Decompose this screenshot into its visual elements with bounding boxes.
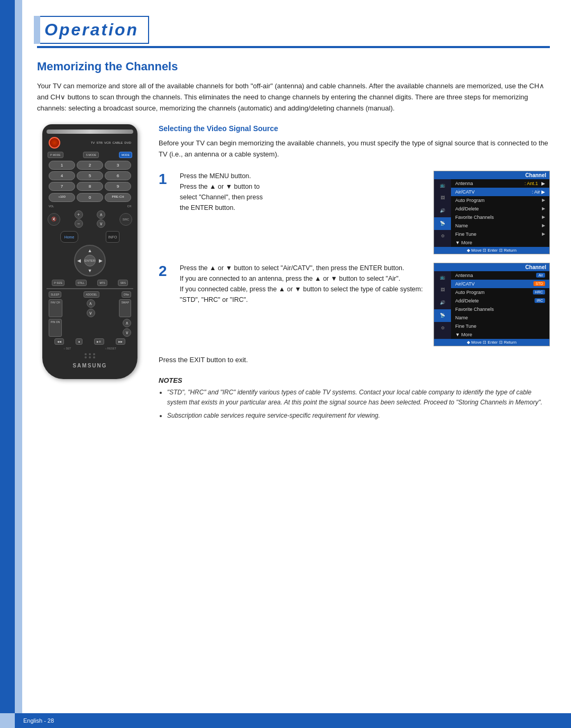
option-air: Air [536,273,545,278]
mts-button[interactable]: MTS [97,280,107,286]
dot-row-1 [85,353,95,355]
step1-number: 1 [159,172,171,187]
s-mode-button[interactable]: S MODE [83,152,99,158]
menu2-label-3: Add/Delete [455,298,479,303]
swap-button[interactable]: SWAP [119,299,131,317]
psize-row: P SIZE STILL MTS SRS [47,280,133,286]
still-button[interactable]: STILL [76,280,87,286]
notes-item-0: "STD", "HRC" and "IRC" identify various … [167,388,550,408]
dot [93,353,95,355]
menu2-label-0: Antenna [455,273,473,278]
tv-menu-2-items: Antenna Air Air/CATV STD [451,271,549,339]
sidebar-picture-icon: 🖼 [434,192,451,205]
remote-separator [47,288,133,289]
menu2-label-4: Favorite Channels [455,307,494,312]
enter-button[interactable]: ENTER [84,255,96,266]
bottom-bar: English - 28 [0,713,571,728]
vol-down-button[interactable]: − [75,219,83,228]
tv-menu-2-header: Channel [434,263,549,271]
sidebar2-input-icon: 📺 [434,271,451,284]
stop-button[interactable]: ■ [76,338,82,345]
tv-sidebar-icons-1: 📺 🖼 🔊 📡 ⚙ [434,179,451,247]
ch-up-button[interactable]: ∧ [97,210,105,219]
step1-text-block: 1 Press the MENU button. Press the ▲ or … [159,171,427,213]
power-button[interactable] [49,137,60,149]
plus100-button[interactable]: +100 [49,193,75,202]
menu2-item-4: Favorite Channels [451,305,549,314]
menu1-item-6: Fine Tune ▶ [451,230,549,238]
vol-label: VOL [49,205,54,208]
dpad-right-arrow: ▶ [99,258,103,263]
step1-block: 1 Press the MENU button. Press the ▲ or … [159,171,550,254]
sub-intro-text: Before your TV can begin memorizing the … [159,138,550,160]
srs-button[interactable]: SRS [118,280,127,286]
operation-header: Operation [37,16,550,44]
menu2-label-7: ▼ More [455,332,472,337]
menu2-item-1: Air/CATV STD [451,280,549,288]
stb-label: STB [96,141,103,144]
dne-button[interactable]: DNe [122,291,131,298]
pin-up-button[interactable]: ∧ [123,319,131,327]
menu2-item-2: Auto Program HRC [451,288,549,297]
special-row: +100 0 PRE-CH [47,193,133,202]
cable-label: CABLE [113,141,123,144]
info-button[interactable]: INFO [106,231,119,243]
step1-text: Press the MENU button. Press the ▲ or ▼ … [180,171,427,213]
play-pause-button[interactable]: ▶⏸ [94,338,104,345]
pin-down-button[interactable]: ∨ [123,328,131,337]
fav-down-button[interactable]: ∨ [87,309,95,317]
num-6-button[interactable]: 6 [105,171,131,180]
num-0-button[interactable]: 0 [77,193,103,202]
exit-text: Press the EXIT button to exit. [159,355,550,366]
remote-container: TV STB VCR CABLE DVD P MODE S MODE MODE … [37,124,143,424]
section-heading: Memorizing the Channels [37,60,550,73]
mode-button[interactable]: MODE [119,152,132,158]
prech-button[interactable]: PRE-CH [105,193,131,202]
fav-up-button[interactable]: ∧ [87,299,95,308]
psize-button[interactable]: P SIZE [52,280,65,286]
num-3-button[interactable]: 3 [105,161,131,170]
add-del-button[interactable]: ADD/DEL [84,291,99,298]
tv-sidebar-icons-2: 📺 🖼 🔊 📡 ⚙ [434,271,451,339]
sleep-button[interactable]: SLEEP [49,291,61,298]
ff-button[interactable]: ▶▶ [116,338,125,345]
num-9-button[interactable]: 9 [105,182,131,191]
dpad[interactable]: ▲ ▼ ◀ ▶ ENTER [74,245,106,277]
dot [85,353,87,355]
rew-button[interactable]: ◀◀ [54,338,64,345]
menu1-arrow-5: ▶ [542,223,545,228]
menu2-options-0: Air [536,273,545,278]
num-8-button[interactable]: 8 [77,182,103,191]
remote-dots [47,353,133,358]
mute-button[interactable]: 🔇 [48,213,60,226]
num-4-button[interactable]: 4 [49,171,75,180]
ch-down-button[interactable]: ∨ [97,219,105,228]
tv-menu-1-row: 📺 🖼 🔊 📡 ⚙ Antenna : Ant.1 ▶ [434,179,549,247]
menu1-item-0: Antenna : Ant.1 ▶ [451,179,549,188]
pin-on-button[interactable]: PIN ON [49,319,62,337]
menu2-options-3: IRC [535,298,545,303]
option-std: STD [533,281,545,286]
menu1-item-4: Favorite Channels ▶ [451,213,549,222]
num-5-button[interactable]: 5 [77,171,103,180]
menu1-item-2: Auto Program ▶ [451,196,549,205]
home-button[interactable]: Home [60,231,78,243]
remote-mode-row: P MODE S MODE MODE [47,152,133,158]
notes-list: "STD", "HRC" and "IRC" identify various … [159,388,550,421]
p-mode-button[interactable]: P MODE [48,152,63,158]
num-7-button[interactable]: 7 [49,182,75,191]
num-1-button[interactable]: 1 [49,161,75,170]
sidebar-input-icon: 📺 [434,179,451,192]
tv-label: TV [91,141,95,144]
tv-menu-2-footer: ◆ Move ⊡ Enter ⊡ Return [434,339,549,346]
num-2-button[interactable]: 2 [77,161,103,170]
vcr-label: VCR [104,141,111,144]
vol-up-button[interactable]: + [75,210,83,219]
left-accent-light-bar [15,0,22,728]
menu2-item-0: Antenna Air [451,271,549,280]
option-hrc: HRC [533,290,545,294]
dot [85,356,87,358]
source-button[interactable]: SRC [119,213,132,226]
fav-ch-button[interactable]: FAV CH [49,299,62,317]
left-accent-bar [0,0,15,728]
